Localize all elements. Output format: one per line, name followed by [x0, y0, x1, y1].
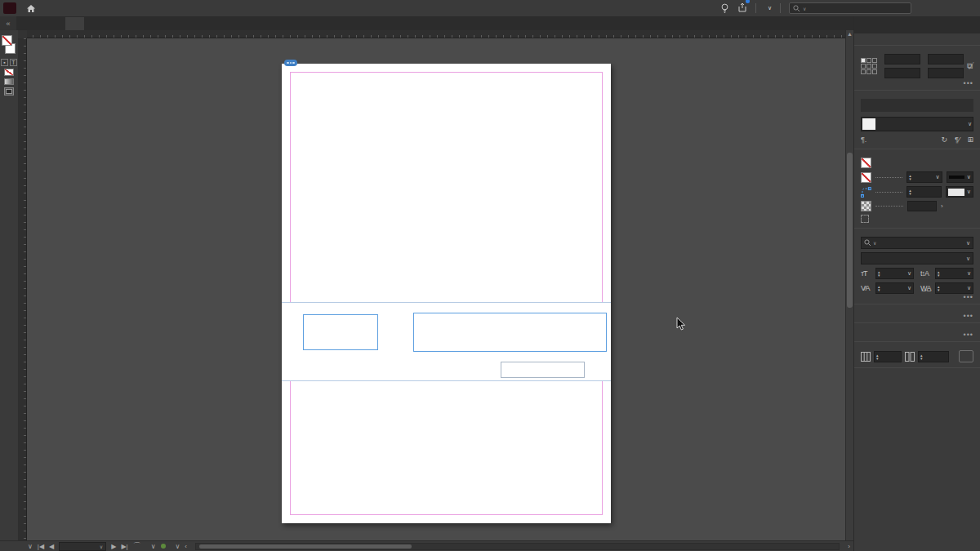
corner-options-icon — [861, 187, 871, 198]
apply-none-button[interactable] — [4, 69, 14, 76]
opacity-icon — [861, 201, 871, 211]
object-effects-icon[interactable] — [861, 215, 869, 223]
font-size-icon: тT — [861, 269, 874, 278]
paragraph-style-options-icon[interactable]: ¶. — [861, 136, 866, 144]
columns-icon — [861, 352, 871, 362]
character-section: ∨ ∨ ∨ тT ▴▾∨ t↕A ▴▾∨ V⁄A ▴▾∨ W̲A̲ ▴▾∨ ••… — [854, 229, 980, 304]
corner-shape-dropdown[interactable]: ∨ — [946, 186, 973, 198]
kerning-field[interactable]: ▴▾∨ — [875, 282, 914, 294]
font-style-dropdown[interactable]: ∨ — [861, 252, 973, 264]
subtitle-text-frame[interactable] — [501, 362, 585, 378]
scroll-up-icon[interactable]: ▲ — [846, 30, 853, 38]
content-grabber-badge[interactable] — [284, 60, 297, 66]
gutter-icon — [905, 352, 915, 362]
horizontal-ruler[interactable] — [18, 30, 845, 38]
menu-bar: ∨ ∨ — [0, 0, 980, 16]
vertical-scroll-thumb[interactable] — [847, 153, 853, 308]
postcard-page[interactable] — [282, 64, 611, 523]
corner-label[interactable] — [875, 192, 902, 193]
document-canvas[interactable] — [27, 38, 845, 540]
stroke-label[interactable] — [875, 177, 902, 178]
share-notification-dot — [746, 0, 750, 3]
quick-actions-section — [854, 368, 980, 381]
new-style-icon[interactable]: ⊞ — [967, 136, 973, 144]
fill-swatch-none[interactable] — [2, 35, 12, 46]
clear-overrides-icon[interactable]: ¶⁄ — [955, 136, 960, 144]
fill-stroke-proxy[interactable] — [2, 35, 16, 56]
formatting-affects-text-button[interactable]: T — [10, 59, 17, 66]
panel-tab-bar — [854, 16, 980, 33]
text-frame-options-button[interactable] — [959, 350, 973, 362]
gutter-field[interactable]: ▴▾ — [918, 351, 949, 362]
text-style-section: ∨ ¶. ↻ ¶⁄ ⊞ — [854, 91, 980, 149]
document-tab-strip: « — [0, 16, 853, 30]
learn-lightbulb-icon[interactable] — [720, 3, 729, 14]
redefine-style-icon[interactable]: ↻ — [942, 136, 948, 144]
stroke-type-dropdown[interactable]: ∨ — [947, 171, 973, 183]
stroke-weight-field[interactable]: ▴▾ ∨ — [906, 171, 942, 183]
ruler-origin-corner[interactable] — [18, 30, 27, 38]
horizontal-scrollbar[interactable] — [195, 543, 840, 550]
home-icon[interactable] — [26, 4, 36, 13]
scroll-right-icon[interactable]: › — [848, 543, 850, 550]
tracking-icon: W̲A̲ — [920, 284, 933, 292]
opacity-label[interactable] — [875, 206, 903, 207]
document-tab[interactable] — [65, 17, 84, 30]
font-family-dropdown[interactable]: ∨ ∨ — [861, 237, 973, 249]
leading-icon: t↕A — [920, 269, 933, 278]
title-text-frame[interactable] — [413, 313, 607, 352]
zoom-dropdown-icon[interactable]: ∨ — [28, 543, 33, 550]
last-page-button[interactable]: ▶| — [121, 543, 127, 550]
paragraph-section: ••• — [854, 304, 980, 323]
fill-color-swatch[interactable] — [861, 158, 871, 168]
search-icon — [793, 5, 800, 12]
preset-dropdown-icon[interactable]: ∨ — [151, 543, 156, 550]
align-section: ••• — [854, 323, 980, 342]
paragraph-style-dropdown[interactable]: ∨ — [861, 117, 973, 131]
vertical-ruler[interactable] — [18, 38, 27, 540]
tracking-field[interactable]: ▴▾∨ — [935, 282, 973, 294]
kerning-icon: V⁄A — [861, 284, 874, 292]
share-icon[interactable] — [737, 1, 747, 16]
divider — [755, 3, 756, 13]
indesign-logo-icon — [3, 2, 16, 14]
stroke-color-swatch[interactable] — [861, 172, 871, 183]
previous-page-button[interactable]: ◀ — [49, 543, 54, 550]
opacity-flyout-icon[interactable]: › — [941, 202, 943, 210]
font-size-field[interactable]: ▴▾∨ — [875, 268, 914, 279]
vertical-scrollbar[interactable]: ▲ — [845, 30, 853, 540]
transform-more-options[interactable]: ••• — [964, 79, 973, 87]
workspace-switcher[interactable]: ∨ — [764, 5, 772, 11]
paragraph-more-options[interactable]: ••• — [964, 312, 973, 320]
width-field[interactable] — [928, 54, 964, 64]
collapse-panels-icon[interactable]: « — [0, 16, 16, 30]
leading-field[interactable]: ▴▾∨ — [935, 268, 973, 279]
reference-point-selector[interactable] — [861, 58, 877, 74]
first-page-button[interactable]: |◀ — [38, 543, 44, 550]
height-field[interactable] — [928, 68, 964, 78]
x-position-field[interactable] — [884, 54, 920, 64]
adobe-stock-search-input[interactable]: ∨ — [789, 2, 911, 14]
horizontal-scroll-thumb[interactable] — [199, 544, 412, 549]
next-page-button[interactable]: ▶ — [111, 543, 116, 550]
appearance-section: ▴▾ ∨ ∨ ▴▾ ∨ › — [854, 149, 980, 229]
dates-text-frame[interactable] — [303, 314, 378, 350]
screen-mode-button[interactable] — [4, 87, 14, 96]
preflight-dropdown-icon[interactable]: ∨ — [176, 543, 180, 550]
preflight-status-dot — [161, 544, 166, 549]
apply-gradient-button[interactable] — [4, 78, 14, 85]
opacity-field[interactable] — [907, 201, 937, 211]
transform-section: ⧉̸ ••• — [854, 46, 980, 91]
constrain-proportions-icon[interactable]: ⧉̸ — [967, 61, 973, 71]
scroll-left-icon[interactable]: ‹ — [185, 543, 187, 550]
y-position-field[interactable] — [884, 68, 920, 78]
preflight-menu-icon[interactable]: ⌒ — [133, 540, 141, 551]
formatting-affects-container-button[interactable]: ▪ — [1, 59, 8, 66]
selection-type-section — [854, 33, 980, 46]
columns-field[interactable]: ▴▾ — [874, 351, 902, 362]
page-number-field[interactable]: ∨ — [59, 542, 106, 551]
corner-radius-field[interactable]: ▴▾ — [906, 186, 942, 198]
align-more-options[interactable]: ••• — [964, 331, 973, 339]
status-bar: ∨ |◀ ◀ ∨ ▶ ▶| ⌒ ∨ ∨ ‹ › — [0, 540, 853, 551]
character-more-options[interactable]: ••• — [964, 293, 973, 301]
